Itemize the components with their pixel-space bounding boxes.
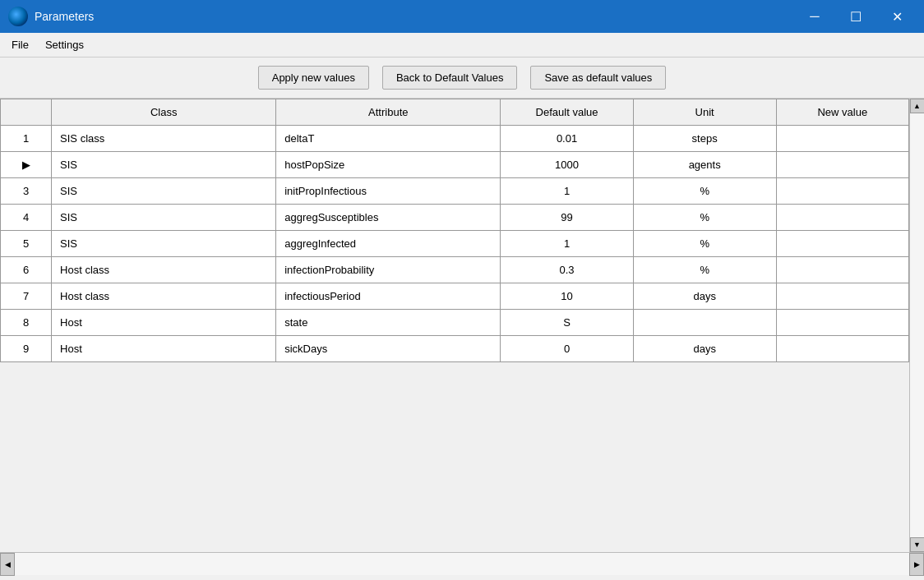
- toolbar: Apply new values Back to Default Values …: [0, 58, 924, 99]
- cell-default: 10: [501, 283, 633, 310]
- table-header-row: Class Attribute Default value Unit New v…: [1, 99, 909, 126]
- cell-attribute: sickDays: [276, 336, 501, 362]
- cell-n: 6: [1, 257, 52, 283]
- scroll-up-button[interactable]: ▲: [910, 99, 925, 113]
- cell-newvalue[interactable]: [776, 126, 908, 152]
- cell-default: 99: [501, 205, 633, 231]
- cell-class: Host: [52, 310, 276, 336]
- content-area: Class Attribute Default value Unit New v…: [0, 99, 924, 575]
- app-icon: [8, 7, 28, 26]
- scroll-right-button[interactable]: ▶: [909, 553, 924, 576]
- cell-attribute: initPropInfectious: [276, 178, 501, 205]
- cell-n: 1: [1, 126, 52, 152]
- cell-n: 9: [1, 336, 52, 362]
- table-row: 5SISaggregInfected1%: [1, 231, 909, 257]
- table-row: 4SISaggregSusceptibles99%: [1, 205, 909, 231]
- cell-unit: %: [633, 257, 776, 283]
- cell-newvalue[interactable]: [776, 283, 908, 310]
- save-button[interactable]: Save as default values: [530, 66, 666, 90]
- cell-newvalue-input[interactable]: [785, 316, 900, 329]
- table-row: 9HostsickDays0days: [1, 336, 909, 362]
- cell-unit: agents: [633, 152, 776, 178]
- menu-bar: File Settings: [0, 33, 924, 58]
- cell-n: ▶: [1, 152, 52, 178]
- table-row: 7Host classinfectiousPeriod10days: [1, 283, 909, 310]
- menu-file[interactable]: File: [3, 35, 37, 54]
- horizontal-scrollbar[interactable]: ◀ ▶: [0, 552, 924, 575]
- cell-attribute: infectionProbability: [276, 257, 501, 283]
- scroll-down-button[interactable]: ▼: [910, 537, 925, 552]
- cell-default: 0.3: [501, 257, 633, 283]
- cell-newvalue-input[interactable]: [785, 290, 900, 302]
- cell-n: 3: [1, 178, 52, 205]
- cell-newvalue[interactable]: [776, 336, 908, 362]
- cell-unit: %: [633, 178, 776, 205]
- scroll-track-v[interactable]: [910, 113, 924, 537]
- col-header-newvalue: New value: [776, 99, 908, 126]
- cell-class: SIS class: [52, 126, 276, 152]
- table-row: 1SIS classdeltaT0.01steps: [1, 126, 909, 152]
- cell-newvalue[interactable]: [776, 231, 908, 257]
- cell-class: SIS: [52, 178, 276, 205]
- cell-class: Host class: [52, 283, 276, 310]
- col-header-class: Class: [52, 99, 276, 126]
- cell-newvalue-input[interactable]: [785, 211, 900, 223]
- cell-newvalue-input[interactable]: [785, 132, 900, 145]
- cell-attribute: hostPopSize: [276, 152, 501, 178]
- table-row: 6Host classinfectionProbability0.3%: [1, 257, 909, 283]
- cell-attribute: state: [276, 310, 501, 336]
- cell-newvalue[interactable]: [776, 152, 908, 178]
- title-bar: Parameters ─ ☐ ✕: [0, 0, 924, 33]
- window-controls: ─ ☐ ✕: [796, 4, 916, 29]
- cell-unit: days: [633, 283, 776, 310]
- cell-default: 1: [501, 231, 633, 257]
- scroll-left-button[interactable]: ◀: [0, 553, 15, 576]
- cell-newvalue-input[interactable]: [785, 343, 900, 355]
- cell-class: SIS: [52, 205, 276, 231]
- cell-n: 7: [1, 283, 52, 310]
- cell-unit: steps: [633, 126, 776, 152]
- col-header-n: [1, 99, 52, 126]
- cell-newvalue-input[interactable]: [785, 264, 900, 276]
- col-header-default: Default value: [501, 99, 633, 126]
- cell-attribute: aggregInfected: [276, 231, 501, 257]
- table-row: 3SISinitPropInfectious1%: [1, 178, 909, 205]
- scroll-track-h[interactable]: [15, 553, 909, 575]
- apply-button[interactable]: Apply new values: [258, 66, 369, 90]
- cell-newvalue[interactable]: [776, 310, 908, 336]
- table-row: 8HoststateS: [1, 310, 909, 336]
- cell-unit: %: [633, 205, 776, 231]
- cell-class: Host class: [52, 257, 276, 283]
- cell-class: SIS: [52, 231, 276, 257]
- cell-attribute: aggregSusceptibles: [276, 205, 501, 231]
- window-title: Parameters: [35, 10, 796, 23]
- cell-newvalue-input[interactable]: [785, 185, 900, 197]
- col-header-unit: Unit: [633, 99, 776, 126]
- cell-attribute: infectiousPeriod: [276, 283, 501, 310]
- cell-newvalue[interactable]: [776, 205, 908, 231]
- close-button[interactable]: ✕: [878, 4, 916, 29]
- col-header-attribute: Attribute: [276, 99, 501, 126]
- default-button[interactable]: Back to Default Values: [382, 66, 518, 90]
- cell-newvalue-input[interactable]: [785, 159, 900, 171]
- menu-settings[interactable]: Settings: [37, 35, 92, 54]
- cell-n: 5: [1, 231, 52, 257]
- table-wrapper[interactable]: Class Attribute Default value Unit New v…: [0, 99, 909, 552]
- cell-default: 1: [501, 178, 633, 205]
- cell-unit: %: [633, 231, 776, 257]
- cell-default: 0.01: [501, 126, 633, 152]
- cell-unit: days: [633, 336, 776, 362]
- cell-n: 4: [1, 205, 52, 231]
- minimize-button[interactable]: ─: [796, 4, 834, 29]
- cell-newvalue[interactable]: [776, 257, 908, 283]
- cell-unit: [633, 310, 776, 336]
- cell-newvalue-input[interactable]: [785, 237, 900, 250]
- cell-newvalue[interactable]: [776, 178, 908, 205]
- cell-default: S: [501, 310, 633, 336]
- vertical-scrollbar[interactable]: ▲ ▼: [909, 99, 924, 552]
- table-row: ▶SIShostPopSize1000agents: [1, 152, 909, 178]
- parameters-table: Class Attribute Default value Unit New v…: [0, 99, 909, 362]
- cell-default: 0: [501, 336, 633, 362]
- maximize-button[interactable]: ☐: [837, 4, 875, 29]
- cell-class: Host: [52, 336, 276, 362]
